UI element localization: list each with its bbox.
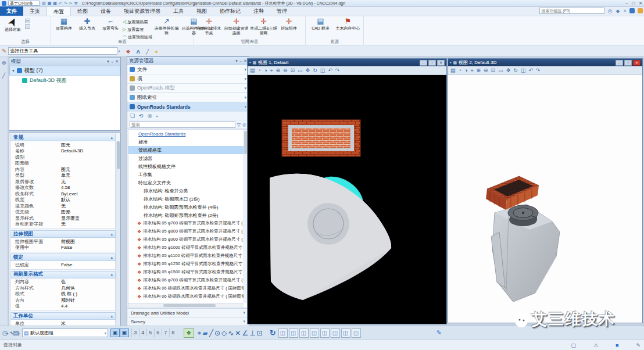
使用中[interactable]: 使用中False	[11, 245, 115, 251]
已锁定[interactable]: 已锁定False	[11, 262, 115, 268]
ribbon-tab[interactable]: 协作标记	[213, 6, 247, 16]
pin-icon[interactable]: ▫	[240, 59, 241, 63]
pen-icon[interactable]: ✎	[636, 342, 641, 348]
ribbon-tab[interactable]: 主页	[23, 6, 46, 16]
名称[interactable]: 名称Default-3D	[11, 148, 115, 155]
explorer-bottom-section[interactable]: Drainage and Utilities Model ▾	[127, 308, 249, 317]
maximize-icon[interactable]: ▢	[632, 1, 636, 6]
最后修改[interactable]: 最后修改无	[11, 178, 115, 185]
accudraw-icon[interactable]: ⊚	[2, 60, 6, 66]
tree-row[interactable]: 管线规格库	[128, 146, 248, 154]
collapse-icon[interactable]: ▴	[110, 135, 113, 140]
model-tree-row[interactable]: ▾ 模型 (7)	[9, 66, 120, 76]
rotate-view-icon[interactable]: ↻	[313, 67, 317, 74]
模式[interactable]: 模式线 框 ( )	[11, 291, 115, 298]
collapse-icon[interactable]: ▴	[110, 272, 113, 277]
explorer-filter-input[interactable]	[130, 122, 235, 128]
dock-icon[interactable]: ▾	[107, 59, 109, 64]
minimize-icon[interactable]: –	[420, 60, 427, 66]
fence-void-icon[interactable]: ▯	[25, 24, 30, 29]
clip-volume-icon[interactable]: ◫	[320, 67, 325, 74]
fit-view-icon[interactable]: ▭	[498, 67, 503, 74]
tree-row[interactable]: 线性模板规格文件	[128, 162, 248, 170]
funnel-icon[interactable]: ▽	[237, 122, 241, 127]
tree-row[interactable]: ❖ 排水结构 06 φ700 砖砌平算式雨水检查井规格尺寸 ( 国标图集 )	[128, 276, 248, 284]
document-icon[interactable]: ▢	[571, 342, 576, 348]
view-toggle-active[interactable]: ▣	[110, 328, 120, 337]
explorer-section[interactable]: 文件 ▾	[127, 65, 249, 74]
close-icon[interactable]: ✕	[115, 59, 119, 64]
restore-icon[interactable]: ▫	[624, 60, 632, 66]
adjust-icon[interactable]: ◑	[264, 67, 267, 74]
undo-view-icon[interactable]: ↶	[328, 67, 332, 74]
notify-icon[interactable]	[638, 8, 643, 13]
pan-icon[interactable]: ✥	[306, 67, 310, 74]
view-orientation-cube-icon[interactable]: ◫	[278, 328, 288, 338]
adjust-icon[interactable]: ◑	[464, 67, 467, 74]
tree-row[interactable]: ❖ 排水结构 05 φ1100 砖砌平算式雨水检查井规格尺寸 ( 国标图集 )	[128, 252, 248, 260]
显示样式[interactable]: 显示样式显示覆盖	[11, 215, 115, 222]
view-menu-icon[interactable]: ▪	[249, 60, 251, 65]
值[interactable]: 值4.4	[11, 303, 115, 310]
window-area-icon[interactable]: ⊡	[491, 67, 496, 74]
ribbon-button[interactable]: ▦放置构件	[52, 17, 76, 39]
chevron-icon[interactable]: ▾	[244, 105, 246, 109]
collapse-icon[interactable]: ▴	[110, 255, 113, 260]
线条样式[interactable]: 线条样式ByLevel	[11, 191, 115, 197]
collapse-icon[interactable]: ▴	[110, 232, 113, 237]
scrollbar-horizontal[interactable]	[128, 303, 244, 308]
修改次数[interactable]: 修改次数4.58	[11, 185, 115, 191]
restore-icon[interactable]: ▫	[428, 60, 436, 66]
element-fill-icon[interactable]: ▰	[202, 329, 207, 337]
view-2-titlebar[interactable]: ▪ ▦ 视图 2, Default-3D – ▫ ✕	[448, 59, 642, 66]
angle-tool-icon[interactable]: ∠	[242, 329, 248, 337]
ribbon-tab[interactable]: 项目资源管理器	[117, 6, 167, 16]
拉伸视图平面[interactable]: 拉伸视图平面前视图	[11, 238, 115, 245]
ribbon-button[interactable]: ✛自动创建排水节点	[195, 17, 223, 39]
tree-row[interactable]: 特征定义文件夹	[128, 178, 248, 187]
sketch-icon[interactable]: ╱	[2, 73, 5, 78]
ribbon-tab[interactable]: 管理	[270, 6, 294, 16]
view-toggle[interactable]: 5	[146, 328, 154, 337]
scrollbar-thumb[interactable]	[117, 141, 120, 169]
方向样式[interactable]: 方向样式几何体	[11, 285, 115, 291]
tree-row[interactable]: ❖ 排水结构 05 φ800 砖砌平算式雨水检查井规格尺寸 ( 国标图集 )	[128, 227, 248, 235]
warning-icon[interactable]: ⚠	[593, 342, 598, 348]
view-orientation-cube-icon[interactable]: ◫	[331, 328, 340, 338]
ribbon-button[interactable]: ⌐放置弯头	[99, 17, 122, 39]
tree-row[interactable]: OpenRoads Standards	[128, 130, 248, 138]
view-toggle-active[interactable]: ▣	[120, 328, 129, 337]
view-toggle[interactable]: 4	[139, 328, 146, 337]
ribbon-button[interactable]: ⚑土木内容中心	[334, 17, 362, 39]
ribbon-tab[interactable]: 布置	[46, 6, 71, 16]
ribbon-tab[interactable]: 视图	[190, 6, 213, 16]
tree-row[interactable]: 工作集	[128, 170, 248, 178]
minimize-icon[interactable]: –	[626, 1, 628, 6]
search-flash-icon[interactable]: ◎	[607, 8, 612, 14]
dock-icon[interactable]: ▾	[235, 59, 238, 63]
open-folder-icon[interactable]: ▥	[42, 1, 46, 6]
accusnap-icon[interactable]: ❖	[184, 328, 194, 338]
explorer-section[interactable]: OpenRoads Standards ▾	[127, 102, 249, 112]
snap-mode-icon[interactable]: ◷▾	[2, 329, 9, 336]
tree-row[interactable]: ❖ 排水结构 05 φ1000 砖砌平算式雨水检查井规格尺寸 ( 国标图集 )	[128, 244, 248, 252]
pan-icon[interactable]: ✥	[506, 67, 511, 74]
save-icon[interactable]: ▦	[48, 1, 52, 6]
ribbon-button[interactable]: ▤CAD 标准	[307, 17, 334, 39]
ribbon-small-button[interactable]: ◁放置隔热层	[123, 18, 152, 26]
view-display-icon[interactable]: ▦	[453, 60, 457, 65]
view-toggle[interactable]: 8	[169, 328, 177, 337]
ribbon-button[interactable]: ✛生成二维&三维管网	[250, 17, 277, 39]
chevron-icon[interactable]: ▾	[244, 67, 246, 72]
ribbon-button[interactable]: ✛拆除组件	[277, 17, 300, 39]
线宽[interactable]: 线宽默认	[11, 197, 115, 203]
tree-row[interactable]: ❖ 排水结构 05 φ900 砖砌平算式雨水检查井规格尺寸 ( 国标图集 )	[128, 235, 248, 244]
close-icon[interactable]: ✕	[633, 60, 641, 66]
display-style-icon[interactable]: ▤	[450, 67, 456, 74]
tools-icon[interactable]: ⚒	[74, 1, 78, 6]
close-icon[interactable]: ✕	[639, 1, 642, 6]
chevron-icon[interactable]: ▾	[243, 310, 245, 315]
优先级[interactable]: 优先级图形	[11, 209, 115, 216]
chevron-down-icon[interactable]: ▾	[156, 114, 158, 118]
presentation-icon[interactable]: ◔	[459, 67, 461, 74]
